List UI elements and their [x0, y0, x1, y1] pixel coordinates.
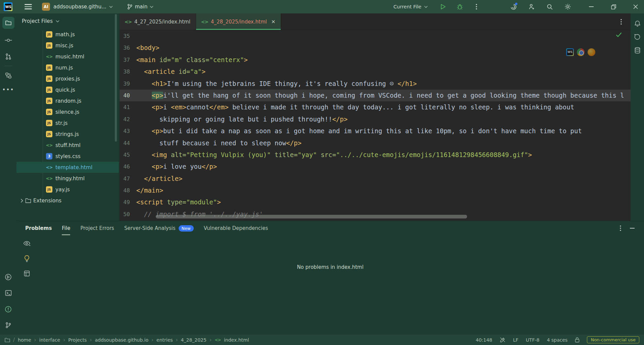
breadcrumb-item-entries[interactable]: entries — [156, 337, 173, 343]
editor-tab-4_27_2025/index.html[interactable]: <>4_27_2025/index.html — [120, 13, 196, 30]
code-with-me-icon[interactable] — [526, 1, 537, 12]
webstorm-preview-icon[interactable]: WS — [566, 48, 574, 56]
problems-options-icon[interactable] — [620, 225, 621, 231]
main-menu-icon[interactable] — [25, 4, 32, 9]
line-separator[interactable]: LF — [513, 337, 518, 343]
restore-button[interactable] — [608, 1, 619, 12]
code-line-37: 37<main id="m" class="centerx"> — [120, 54, 631, 66]
code-text[interactable]: skipping or going late but i pushed thro… — [133, 113, 348, 125]
run-config-label: Current File — [394, 4, 421, 9]
problems-tab-file[interactable]: File — [62, 221, 70, 235]
tree-item-thingy.html[interactable]: <>thingy.html — [16, 173, 119, 184]
quick-fix-bulb-icon[interactable] — [22, 254, 32, 263]
code-text[interactable]: <img alt="Petting Vulpix (you)" title="y… — [133, 149, 532, 161]
editor-tab-4_28_2025/index.html[interactable]: <>4_28_2025/index.html✕ — [196, 13, 281, 30]
code-text[interactable]: <h1>I'm using the jetbrains IDE thingy, … — [133, 78, 417, 90]
database-tool-icon[interactable] — [632, 45, 643, 56]
pull-requests-tool-icon[interactable] — [2, 50, 14, 62]
debug-button[interactable] — [454, 1, 465, 12]
notifications-bell-icon[interactable] — [632, 18, 643, 29]
file-encoding[interactable]: UTF-8 — [526, 337, 540, 343]
firefox-preview-icon[interactable] — [588, 48, 595, 56]
highlighting-pen-icon[interactable] — [500, 337, 506, 343]
read-only-lock-icon[interactable] — [575, 337, 580, 343]
tree-item-proxies.js[interactable]: JSproxies.js — [16, 73, 119, 84]
tree-item-random.js[interactable]: JSrandom.js — [16, 95, 119, 106]
code-text[interactable]: <p>i'll get the hang of it soon though i… — [133, 90, 624, 101]
code-text[interactable] — [133, 30, 136, 42]
terminal-tool-window-icon[interactable] — [2, 287, 14, 299]
tree-item-num.js[interactable]: JSnum.js — [16, 62, 119, 73]
more-tool-windows-icon[interactable]: ••• — [0, 86, 16, 93]
license-badge[interactable]: Non-commercial use — [587, 336, 639, 343]
tree-item-Extensions[interactable]: Extensions — [16, 195, 119, 206]
code-text[interactable]: </article> — [133, 173, 182, 185]
search-everywhere-icon[interactable] — [544, 1, 555, 12]
js-file-icon: JS — [46, 120, 52, 126]
code-text[interactable]: <p>i <em>cannot</em> believe i made it t… — [133, 101, 574, 113]
code-text[interactable]: stuff because i need to sleep now</p> — [133, 137, 302, 149]
project-tool-icon[interactable] — [2, 17, 14, 29]
close-button[interactable] — [630, 1, 641, 12]
tree-item-yay.js[interactable]: JSyay.js — [16, 184, 119, 195]
run-tool-window-icon[interactable] — [2, 271, 14, 283]
code-text[interactable]: <article id="a"> — [133, 66, 205, 78]
tree-item-math.js[interactable]: JSmath.js — [16, 29, 119, 40]
tree-scrollbar[interactable] — [115, 14, 117, 142]
indent-setting[interactable]: 4 spaces — [547, 337, 568, 343]
tree-item-music.html[interactable]: <>music.html — [16, 51, 119, 62]
code-text[interactable]: </main> — [133, 185, 163, 196]
breadcrumb-item-4_28_2025[interactable]: 4_28_2025 — [181, 337, 206, 343]
breadcrumb-item-interface[interactable]: interface — [39, 337, 60, 343]
code-text[interactable]: <script type="module"> — [133, 196, 221, 208]
title-bar: WS AI addsoupbase.githu... main Current … — [0, 0, 644, 13]
tree-item-template.html[interactable]: <>template.html — [16, 162, 119, 173]
breadcrumb-item-home[interactable]: home — [18, 337, 31, 343]
code-text[interactable]: <body> — [133, 42, 159, 54]
tree-item-styles.css[interactable]: 3styles.css — [16, 151, 119, 162]
code-text[interactable]: <p>i love you</p> — [133, 161, 217, 172]
breadcrumb-item-Projects[interactable]: Projects — [68, 337, 87, 343]
tree-item-quick.js[interactable]: JSquick.js — [16, 84, 119, 95]
breadcrumb-item-index.html[interactable]: index.html — [224, 337, 249, 343]
tab-close-icon[interactable]: ✕ — [271, 19, 276, 25]
ai-assistant-icon[interactable] — [508, 1, 519, 12]
problems-tab-project-errors[interactable]: Project Errors — [80, 221, 114, 235]
minimize-button[interactable] — [586, 1, 597, 12]
chrome-preview-icon[interactable] — [577, 48, 585, 56]
file-name: styles.css — [55, 153, 81, 159]
tree-item-strings.js[interactable]: JSstrings.js — [16, 129, 119, 140]
tab-options-icon[interactable] — [620, 13, 622, 30]
preview-eye-icon[interactable] — [22, 239, 32, 248]
run-button[interactable] — [437, 1, 449, 12]
commit-tool-icon[interactable] — [2, 34, 14, 46]
inspections-ok-icon[interactable] — [616, 32, 622, 37]
code-text[interactable]: <p>but i did take a nap as soon as i got… — [133, 125, 582, 137]
code-text[interactable]: <main id="m" class="centerx"> — [133, 54, 248, 66]
webstorm-logo-icon[interactable]: WS — [4, 2, 12, 11]
tree-item-silence.js[interactable]: JSsilence.js — [16, 106, 119, 117]
run-configuration-selector[interactable]: Current File — [394, 4, 428, 9]
file-name: template.html — [55, 164, 92, 170]
tree-item-str.js[interactable]: JSstr.js — [16, 117, 119, 129]
tree-item-stuff.html[interactable]: <>stuff.html — [16, 140, 119, 151]
problems-tool-window-icon[interactable] — [2, 303, 14, 315]
settings-gear-icon[interactable] — [562, 1, 573, 12]
tree-item-misc.js[interactable]: JSmisc.js — [16, 40, 119, 51]
horizontal-scrollbar[interactable] — [156, 215, 467, 218]
structure-tool-icon[interactable] — [2, 69, 14, 82]
problems-tab-server-side-analysis[interactable]: Server-Side AnalysisNew — [124, 221, 194, 235]
project-view-selector[interactable]: Project Files — [16, 13, 119, 29]
hide-panel-icon[interactable] — [630, 225, 635, 231]
ai-badge[interactable]: AI — [42, 3, 50, 11]
caret-position[interactable]: 40:148 — [476, 337, 492, 343]
project-selector[interactable]: addsoupbase.githu... — [53, 4, 113, 10]
problems-tab-vulnerable-dependencies[interactable]: Vulnerable Dependencies — [204, 221, 268, 235]
more-actions-icon[interactable] — [471, 1, 482, 12]
ai-chat-icon[interactable] — [632, 32, 643, 42]
breadcrumb-item-addsoupbase.github.io[interactable]: addsoupbase.github.io — [95, 337, 148, 343]
group-by-icon[interactable] — [22, 269, 32, 278]
git-branch-icon — [127, 4, 133, 10]
git-tool-window-icon[interactable] — [2, 319, 14, 331]
git-branch-selector[interactable]: main — [127, 4, 153, 10]
